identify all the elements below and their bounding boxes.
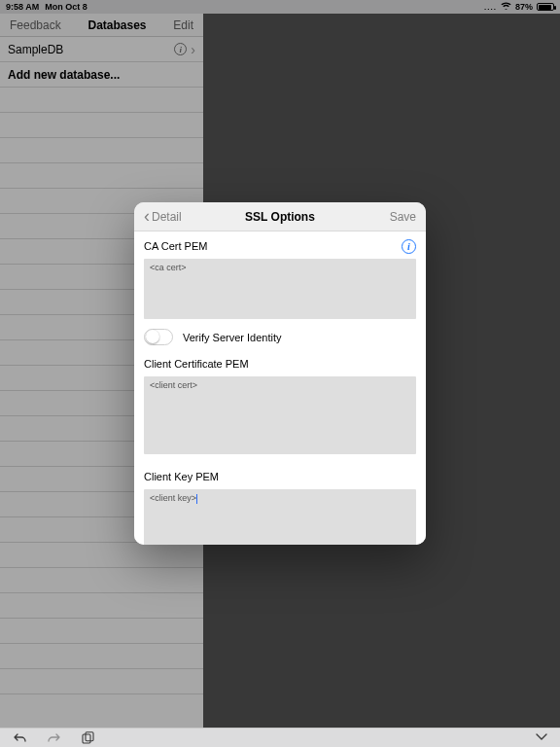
dialog-body: CA Cert PEM i <ca cert> Verify Server Id… <box>134 231 426 545</box>
svg-rect-1 <box>86 732 93 741</box>
save-button[interactable]: Save <box>390 210 416 224</box>
ca-cert-input[interactable]: <ca cert> <box>144 259 416 319</box>
chevron-down-icon[interactable] <box>535 731 548 745</box>
undo-icon[interactable] <box>12 731 27 744</box>
client-key-value: <client key> <box>150 493 196 503</box>
ca-cert-section: CA Cert PEM i <box>134 231 426 257</box>
text-cursor <box>196 494 197 504</box>
info-icon[interactable]: i <box>402 239 416 254</box>
client-key-label: Client Key PEM <box>144 471 219 482</box>
client-key-input[interactable]: <client key> <box>144 489 416 545</box>
client-cert-label: Client Certificate PEM <box>144 358 249 370</box>
verify-identity-row: Verify Server Identity <box>134 327 426 349</box>
client-cert-value: <client cert> <box>150 380 197 390</box>
back-label: Detail <box>152 210 182 224</box>
ca-cert-value: <ca cert> <box>150 263 187 272</box>
ssl-options-dialog: ‹ Detail SSL Options Save CA Cert PEM i … <box>134 202 426 545</box>
verify-identity-label: Verify Server Identity <box>183 332 282 343</box>
client-key-section: Client Key PEM <box>134 462 426 487</box>
redo-icon[interactable] <box>47 731 62 744</box>
dialog-header: ‹ Detail SSL Options Save <box>134 202 426 231</box>
copy-icon[interactable] <box>82 731 94 744</box>
client-cert-section: Client Certificate PEM <box>134 349 426 374</box>
chevron-left-icon: ‹ <box>144 207 150 225</box>
back-button[interactable]: ‹ Detail <box>144 209 182 225</box>
svg-rect-0 <box>83 734 90 743</box>
bottom-toolbar <box>0 728 560 747</box>
verify-identity-toggle[interactable] <box>144 329 173 345</box>
client-cert-input[interactable]: <client cert> <box>144 376 416 454</box>
ca-cert-label: CA Cert PEM <box>144 240 207 252</box>
